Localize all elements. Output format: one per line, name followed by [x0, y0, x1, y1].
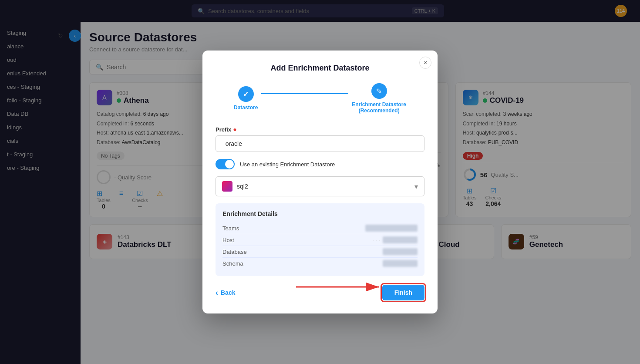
datastore-dropdown[interactable]: sql2 ▾	[216, 176, 424, 196]
toggle-row: Use an existing Enrichment Datastore	[216, 159, 424, 169]
detail-row-teams: Teams	[222, 222, 418, 234]
required-indicator: ●	[233, 126, 236, 133]
detail-key-host: Host	[222, 237, 234, 243]
modal-title: Add Enrichment Datastore	[216, 64, 424, 73]
detail-row-host: Host · · ·	[222, 234, 418, 246]
enrichment-modal: × Add Enrichment Datastore Datastore Enr…	[202, 51, 438, 313]
red-outline-annotation	[381, 283, 426, 302]
close-icon: ×	[424, 59, 427, 66]
detail-value-teams	[365, 225, 418, 232]
edit-icon-enrichment	[376, 87, 382, 95]
finish-button[interactable]: Finish	[382, 285, 424, 300]
modal-stepper: Datastore Enrichment Datastore (Recommen…	[216, 83, 424, 114]
toggle-label: Use an existing Enrichment Datastore	[240, 161, 335, 168]
step-label-enrichment: Enrichment Datastore (Recommended)	[352, 101, 406, 114]
detail-value-schema	[383, 260, 418, 267]
step-label-datastore: Datastore	[234, 104, 258, 111]
detail-key-teams: Teams	[222, 225, 239, 232]
finish-button-wrapper: Finish	[382, 285, 424, 300]
modal-backdrop: × Add Enrichment Datastore Datastore Enr…	[0, 0, 640, 364]
step-circle-datastore	[238, 86, 254, 102]
step-datastore: Datastore	[234, 86, 258, 111]
dropdown-value: sql2	[237, 183, 414, 190]
enrichment-toggle[interactable]	[216, 159, 235, 169]
modal-footer: Back Finish	[216, 285, 424, 300]
red-arrow-annotation	[290, 276, 394, 298]
detail-row-schema: Schema	[222, 258, 418, 269]
prefix-label: Prefix ●	[216, 126, 424, 133]
detail-key-database: Database	[222, 249, 247, 255]
chevron-down-icon: ▾	[414, 182, 418, 191]
step-enrichment: Enrichment Datastore (Recommended)	[352, 83, 406, 114]
dropdown-icon	[222, 181, 232, 192]
step-connector	[261, 93, 348, 94]
enrichment-details-title: Enrichment Details	[222, 210, 418, 217]
check-icon-datastore	[243, 90, 249, 98]
detail-key-schema: Schema	[222, 260, 243, 267]
back-icon	[216, 288, 218, 297]
enrichment-details-box: Enrichment Details Teams Host · · · Data…	[216, 203, 424, 276]
detail-value-database	[383, 248, 418, 255]
detail-value-host	[383, 236, 418, 243]
back-button[interactable]: Back	[216, 288, 235, 297]
step-circle-enrichment	[371, 83, 387, 99]
modal-close-button[interactable]: ×	[419, 57, 431, 69]
detail-row-database: Database	[222, 246, 418, 258]
toggle-knob	[225, 160, 234, 169]
prefix-input[interactable]	[216, 135, 424, 152]
